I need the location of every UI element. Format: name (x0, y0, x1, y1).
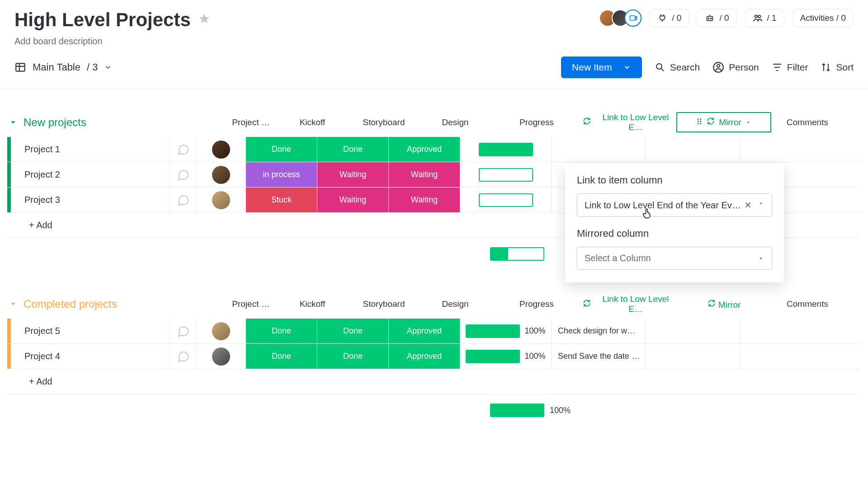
design-status[interactable]: Waiting (389, 162, 460, 187)
conversation-icon[interactable] (170, 344, 196, 369)
mirror-cell[interactable] (646, 319, 741, 343)
link-cell[interactable]: Check design for w… (552, 319, 646, 343)
conversation-icon[interactable] (170, 137, 196, 162)
clear-icon[interactable]: ✕ (744, 200, 752, 211)
comments-cell[interactable] (741, 344, 813, 369)
item-name-cell[interactable]: Project 4 (11, 344, 170, 369)
group-title[interactable]: New projects (24, 116, 86, 129)
row-color-bar (7, 188, 11, 212)
group-title-wrap[interactable]: Completed projects (7, 298, 225, 310)
table-row[interactable]: Project 1 Done Done Approved (7, 137, 861, 162)
progress-cell[interactable]: 100% (460, 319, 552, 343)
link-column-value: Link to Low Level End of the Year Ev… (585, 200, 744, 211)
group-title-wrap[interactable]: New projects (7, 116, 225, 129)
column-header-comments[interactable]: Comments (771, 113, 844, 132)
person-filter-button[interactable]: Person (712, 61, 759, 73)
owner-cell[interactable] (196, 137, 246, 162)
board-description[interactable]: Add board description (14, 36, 211, 47)
comments-cell[interactable] (741, 319, 813, 343)
column-header-storyboard[interactable]: Storyboard (348, 113, 420, 132)
item-name-cell[interactable]: Project 1 (11, 137, 170, 162)
storyboard-status[interactable]: Done (317, 344, 389, 369)
column-header-storyboard[interactable]: Storyboard (348, 295, 420, 314)
column-header-mirror[interactable]: Mirror (676, 294, 771, 314)
chevron-down-icon[interactable] (757, 200, 764, 207)
conversation-icon[interactable] (170, 319, 196, 343)
sort-button[interactable]: Sort (821, 62, 854, 73)
mirror-cell[interactable] (646, 137, 741, 162)
mirrored-column-select[interactable]: Select a Column (577, 247, 772, 270)
toolbar-actions: New Item Search Person Filter Sort (561, 56, 854, 78)
activities-pill[interactable]: Activities / 0 (793, 9, 854, 27)
view-switcher[interactable]: Main Table / 3 (14, 61, 112, 73)
column-header-owner[interactable]: Project … (225, 295, 277, 314)
integrations-pill[interactable]: / 0 (650, 9, 689, 27)
new-item-button[interactable]: New Item (561, 56, 642, 78)
owner-cell[interactable] (196, 344, 246, 369)
link-cell[interactable]: Send Save the date … (552, 344, 646, 369)
chevron-down-icon[interactable] (745, 119, 751, 126)
chevron-down-icon[interactable] (757, 255, 764, 262)
column-header-kickoff[interactable]: Kickoff (277, 295, 348, 314)
automations-count: / 0 (719, 13, 729, 23)
table-row[interactable]: Project 4 Done Done Approved 100% Send S… (7, 344, 861, 369)
filter-button[interactable]: Filter (772, 62, 808, 73)
storyboard-status[interactable]: Waiting (317, 162, 389, 187)
title-block: High Level Projects Add board descriptio… (14, 9, 211, 47)
column-header-kickoff[interactable]: Kickoff (277, 113, 348, 132)
board-title[interactable]: High Level Projects (14, 9, 191, 31)
collapse-caret-icon[interactable] (8, 117, 18, 127)
column-header-link[interactable]: Link to Low Level E… (582, 108, 676, 137)
subscribers-avatars[interactable] (599, 9, 642, 27)
conversation-icon[interactable] (170, 188, 196, 212)
add-item-row[interactable]: + Add (7, 369, 861, 394)
table-row[interactable]: Project 5 Done Done Approved 100% Check … (7, 319, 861, 344)
kickoff-status[interactable]: in process (246, 162, 317, 187)
owner-cell[interactable] (196, 162, 246, 187)
item-name-cell[interactable]: Project 2 (11, 162, 170, 187)
design-status[interactable]: Approved (389, 344, 460, 369)
automations-pill[interactable]: / 0 (697, 9, 736, 27)
svg-rect-6 (16, 63, 25, 71)
kickoff-status[interactable]: Done (246, 344, 317, 369)
conversation-icon[interactable] (170, 162, 196, 187)
kickoff-status[interactable]: Done (246, 319, 317, 343)
column-header-design[interactable]: Design (420, 295, 491, 314)
column-header-mirror[interactable]: ⠿Mirror (676, 108, 771, 137)
drag-handle-icon[interactable]: ⠿ (696, 117, 703, 127)
link-cell[interactable] (552, 137, 646, 162)
filter-icon (772, 62, 783, 73)
progress-cell[interactable] (460, 137, 552, 162)
column-header-link[interactable]: Link to Low Level E… (582, 290, 676, 319)
column-header-progress[interactable]: Progress (491, 113, 582, 132)
mirror-header-active[interactable]: ⠿Mirror (676, 112, 771, 132)
collapse-caret-icon[interactable] (8, 299, 18, 309)
owner-cell[interactable] (196, 319, 246, 343)
link-column-select[interactable]: Link to Low Level End of the Year Ev… ✕ (577, 193, 772, 217)
storyboard-status[interactable]: Done (317, 137, 389, 162)
storyboard-status[interactable]: Done (317, 319, 389, 343)
column-header-owner[interactable]: Project … (225, 113, 277, 132)
group-title[interactable]: Completed projects (24, 298, 117, 310)
column-header-comments[interactable]: Comments (771, 295, 844, 314)
kickoff-status[interactable]: Done (246, 137, 317, 162)
progress-cell[interactable]: 100% (460, 344, 552, 369)
members-pill[interactable]: / 1 (745, 9, 784, 27)
mirror-cell[interactable] (646, 344, 741, 369)
select-actions: ✕ (744, 200, 764, 211)
design-status[interactable]: Waiting (389, 188, 460, 212)
column-header-progress[interactable]: Progress (491, 295, 582, 314)
design-status[interactable]: Approved (389, 137, 460, 162)
owner-cell[interactable] (196, 188, 246, 212)
progress-cell[interactable] (460, 162, 552, 187)
favorite-star-icon[interactable] (198, 13, 211, 27)
item-name-cell[interactable]: Project 3 (11, 188, 170, 212)
design-status[interactable]: Approved (389, 319, 460, 343)
progress-cell[interactable] (460, 188, 552, 212)
comments-cell[interactable] (741, 137, 813, 162)
kickoff-status[interactable]: Stuck (246, 188, 317, 212)
item-name-cell[interactable]: Project 5 (11, 319, 170, 343)
storyboard-status[interactable]: Waiting (317, 188, 389, 212)
column-header-design[interactable]: Design (420, 113, 491, 132)
search-button[interactable]: Search (655, 62, 700, 73)
